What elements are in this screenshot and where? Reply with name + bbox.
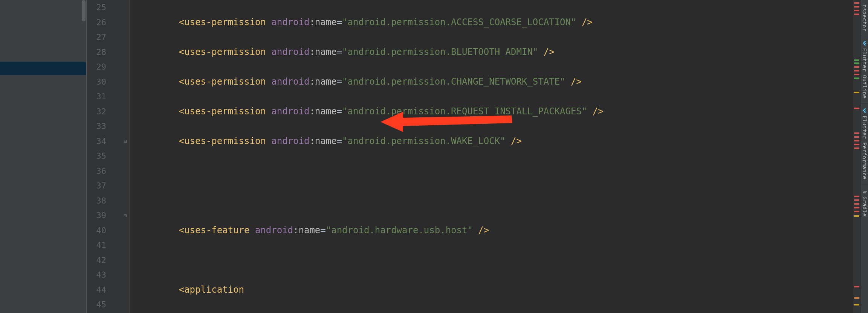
right-tool-window-bar: nspector Flutter Outline Flutter Perform… (860, 0, 868, 313)
gradle-icon (862, 189, 867, 194)
line-number[interactable]: 39 (87, 208, 130, 223)
error-marker[interactable] (854, 108, 859, 109)
fold-toggle-icon[interactable]: ⊟ (124, 138, 127, 144)
tool-tab-label: nspector (862, 5, 868, 31)
line-number[interactable]: 27 (87, 30, 130, 45)
error-marker[interactable] (854, 132, 859, 134)
error-marker[interactable] (854, 10, 859, 11)
tool-tab-flutter-outline[interactable]: Flutter Outline (862, 36, 868, 103)
line-number[interactable]: 43 (87, 267, 130, 283)
change-marker[interactable] (854, 62, 859, 64)
flutter-icon (862, 41, 867, 46)
code-line[interactable] (130, 253, 860, 268)
tool-tab-gradle[interactable]: Gradle (862, 184, 868, 221)
line-number[interactable]: 37 (87, 178, 130, 193)
line-number[interactable]: 28 (87, 45, 130, 60)
code-line[interactable]: <uses-permission android:name="android.p… (130, 45, 860, 60)
line-number[interactable]: 29 (87, 59, 130, 74)
line-number[interactable]: 33 (87, 119, 130, 134)
scrollbar-thumb[interactable] (82, 0, 86, 21)
error-marker[interactable] (854, 136, 859, 138)
error-marker[interactable] (854, 2, 859, 4)
error-marker[interactable] (854, 286, 859, 287)
line-number[interactable]: 42 (87, 253, 130, 268)
code-editor[interactable]: 25 26 27 28 29 30 31 32 33 34 ⊟ 35 36 37… (86, 0, 860, 313)
line-number[interactable]: 40 (87, 223, 130, 238)
line-number[interactable]: 34 (87, 134, 130, 149)
line-number[interactable]: 26 (87, 15, 130, 30)
code-area[interactable]: <uses-permission android:name="android.p… (130, 0, 860, 313)
error-marker[interactable] (854, 211, 859, 212)
error-marker[interactable] (854, 144, 859, 145)
warning-marker[interactable] (854, 92, 859, 93)
change-marker[interactable] (854, 77, 859, 79)
warning-marker[interactable] (854, 215, 859, 217)
flutter-icon (862, 108, 867, 113)
error-marker[interactable] (854, 70, 859, 71)
line-number[interactable]: 36 (87, 164, 130, 179)
tool-tab-label: Flutter Performance (862, 115, 868, 179)
error-marker[interactable] (854, 66, 859, 68)
line-number[interactable]: 31 (87, 89, 130, 104)
code-line[interactable] (130, 164, 860, 179)
code-line[interactable]: <uses-permission android:name="android.p… (130, 134, 860, 149)
project-tool-window[interactable] (0, 0, 86, 313)
error-marker[interactable] (854, 147, 859, 149)
warning-marker[interactable] (854, 304, 859, 305)
editor-marker-bar[interactable] (853, 0, 860, 313)
line-number[interactable]: 35 (87, 149, 130, 164)
change-marker[interactable] (854, 59, 859, 61)
tool-tab-flutter-inspector[interactable]: nspector (862, 0, 868, 36)
tool-tab-label: Gradle (862, 196, 868, 217)
code-line[interactable]: <uses-permission android:name="android.p… (130, 15, 860, 30)
line-number[interactable]: 30 (87, 74, 130, 90)
tool-tab-label: Flutter Outline (862, 48, 868, 99)
line-number[interactable]: 45 (87, 297, 130, 312)
line-number[interactable]: 41 (87, 238, 130, 253)
error-marker[interactable] (854, 140, 859, 141)
code-line[interactable]: <uses-feature android:name="android.hard… (130, 223, 860, 238)
warning-marker[interactable] (854, 297, 859, 299)
error-marker[interactable] (854, 74, 859, 75)
error-marker[interactable] (854, 196, 859, 197)
fold-toggle-icon[interactable]: ⊟ (124, 213, 127, 219)
code-line[interactable]: <application (130, 283, 860, 298)
line-number[interactable]: 32 (87, 104, 130, 119)
error-marker[interactable] (854, 14, 859, 15)
code-line[interactable] (130, 193, 860, 208)
error-marker[interactable] (854, 207, 859, 208)
line-number[interactable]: 44 (87, 283, 130, 298)
error-marker[interactable] (854, 199, 859, 201)
code-line[interactable]: <uses-permission android:name="android.p… (130, 104, 860, 119)
code-line[interactable]: <uses-permission android:name="android.p… (130, 74, 860, 90)
line-number[interactable]: 38 (87, 193, 130, 208)
tool-tab-flutter-performance[interactable]: Flutter Performance (862, 103, 868, 184)
line-number[interactable]: 25 (87, 0, 130, 15)
error-marker[interactable] (854, 203, 859, 205)
error-marker[interactable] (854, 6, 859, 8)
project-tree-selection[interactable] (0, 62, 86, 75)
editor-gutter[interactable]: 25 26 27 28 29 30 31 32 33 34 ⊟ 35 36 37… (87, 0, 130, 313)
